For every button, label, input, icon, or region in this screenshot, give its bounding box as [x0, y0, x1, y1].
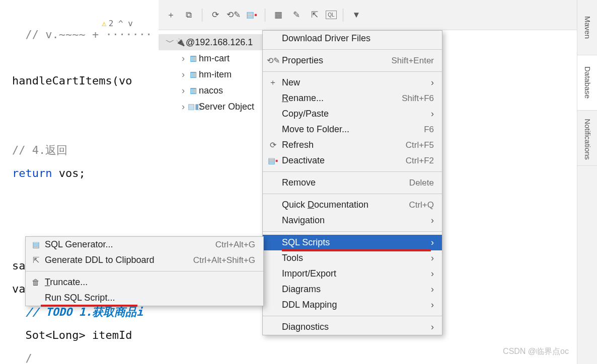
tree-datasource-root[interactable]: ﹀ 🔌 @192.168.126.1 [159, 34, 263, 50]
menu-item-label: SQL Scripts [282, 237, 423, 248]
toolbar-deactivate-icon[interactable]: ▤▪ [245, 8, 259, 22]
plus-icon: ＋ [267, 77, 279, 88]
toolbar-filter-icon[interactable]: ▼ [349, 8, 363, 22]
submenu-arrow-icon: › [426, 300, 434, 310]
toolbar-refresh-icon[interactable]: ⟳ [208, 8, 222, 22]
shortcut-label: Ctrl+Alt+Shift+G [193, 255, 255, 265]
toolbar-table-icon[interactable]: ▦ [271, 8, 285, 22]
chevron-right-icon[interactable]: › [179, 66, 188, 82]
submenu-arrow-icon: › [426, 253, 434, 263]
menu-diagnostics[interactable]: Diagnostics › [263, 319, 442, 335]
sidebar-tab-maven[interactable]: Maven [577, 0, 597, 55]
code-slash-1: / [26, 352, 32, 364]
menu-rename[interactable]: Rename... Shift+F6 [263, 90, 442, 106]
server-objects-label: Server Object [199, 99, 254, 115]
toolbar-sync-icon[interactable]: ⟲✎ [227, 8, 241, 22]
submenu-arrow-icon: › [426, 215, 434, 226]
sidebar-label-notifications: Notifications [583, 117, 592, 160]
sql-scripts-submenu: ▤ SQL Generator... Ctrl+Alt+G ⇱ Generate… [25, 236, 264, 306]
menu-properties[interactable]: ⟲✎ Properties Shift+Enter [263, 53, 442, 68]
menu-move-folder[interactable]: Move to Folder... F6 [263, 122, 442, 137]
menu-item-label: Diagrams [282, 284, 423, 295]
chevron-right-icon[interactable]: › [179, 50, 188, 66]
schema-icon: ▥ [188, 82, 199, 99]
menu-separator [263, 171, 442, 172]
chevron-down-icon[interactable]: ﹀ [166, 34, 175, 50]
sidebar-label-maven: Maven [583, 16, 592, 39]
menu-navigation[interactable]: Navigation › [263, 213, 442, 228]
submenu-truncate[interactable]: 🗑 Truncate... [26, 275, 263, 290]
code-settype-c: itemId [86, 329, 132, 341]
sidebar-tab-database[interactable]: Database [577, 55, 597, 111]
submenu-run-sql-script[interactable]: Run SQL Script... [26, 290, 263, 306]
menu-ddl-mapping[interactable]: DDL Mapping › [263, 297, 442, 313]
right-tool-sidebar: Maven Database Notifications [577, 0, 597, 364]
editor-pane: // v.~~~~ + ······· 2 ^ v handleCartItem… [0, 0, 161, 364]
submenu-generate-ddl[interactable]: ⇱ Generate DDL to Clipboard Ctrl+Alt+Shi… [26, 252, 263, 268]
warning-count-badge[interactable]: 2 ^ v [102, 12, 133, 35]
schema-icon: ▥ [188, 50, 199, 66]
datasource-icon: 🔌 [175, 34, 186, 50]
shortcut-label: Ctrl+Alt+G [215, 240, 255, 250]
toolbar-separator-2 [265, 9, 265, 22]
schema-icon: ▥ [188, 66, 199, 82]
menu-new[interactable]: ＋ New › [263, 75, 442, 90]
menu-separator [263, 194, 442, 194]
editor-partial-top: // v.~~~~ + ······· [26, 28, 153, 41]
submenu-arrow-icon: › [426, 77, 434, 88]
export-icon: ⇱ [30, 255, 42, 265]
menu-diagrams[interactable]: Diagrams › [263, 282, 442, 297]
chevron-right-icon[interactable]: › [179, 82, 188, 99]
menu-item-label: New [282, 77, 423, 88]
sql-generator-icon: ▤ [30, 240, 42, 249]
toolbar-separator [202, 9, 202, 22]
menu-item-label: Move to Folder... [282, 124, 421, 135]
menu-item-label: Refresh [282, 140, 403, 150]
menu-remove[interactable]: Remove Delete [263, 175, 442, 191]
code-settype-b: Long [52, 329, 79, 341]
menu-sql-scripts[interactable]: SQL Scripts › [263, 235, 442, 250]
refresh-icon: ⟳ [267, 140, 279, 150]
submenu-arrow-icon: › [426, 268, 434, 279]
menu-separator [26, 271, 263, 271]
schema-label: hm-cart [199, 50, 230, 66]
shortcut-label: Shift+Enter [391, 56, 434, 66]
context-menu: Download Driver Files ⟲✎ Properties Shif… [262, 30, 442, 335]
code-kw-return: return [12, 167, 52, 179]
menu-quick-doc[interactable]: Quick Documentation Ctrl+Q [263, 197, 442, 213]
submenu-sql-generator[interactable]: ▤ SQL Generator... Ctrl+Alt+G [26, 237, 263, 252]
toolbar-duplicate-icon[interactable]: ⧉ [182, 8, 196, 22]
menu-import-export[interactable]: Import/Export › [263, 266, 442, 282]
code-settype-a: Sot [26, 329, 46, 341]
toolbar-edit-icon[interactable]: ✎ [289, 8, 304, 22]
menu-item-label: SQL Generator... [45, 239, 212, 250]
toolbar-separator-3 [343, 9, 343, 22]
menu-download-driver[interactable]: Download Driver Files [263, 31, 442, 46]
shortcut-label: Ctrl+F2 [406, 156, 434, 166]
menu-copy-paste[interactable]: Copy/Paste › [263, 106, 442, 122]
menu-item-label: Download Driver Files [282, 33, 434, 44]
menu-separator [263, 49, 442, 50]
deactivate-icon: ▤▪ [267, 156, 279, 165]
properties-icon: ⟲✎ [267, 56, 279, 65]
menu-refresh[interactable]: ⟳ Refresh Ctrl+F5 [263, 137, 442, 153]
submenu-arrow-icon: › [426, 322, 434, 332]
toolbar-add-icon[interactable]: ＋ [164, 8, 178, 22]
menu-item-label: Deactivate [282, 155, 403, 166]
menu-item-label: Properties [282, 55, 388, 66]
code-todo: // TODO 1.获取商品i [26, 306, 143, 318]
menu-deactivate[interactable]: ▤▪ Deactivate Ctrl+F2 [263, 153, 442, 168]
menu-tools[interactable]: Tools › [263, 250, 442, 266]
menu-separator [263, 316, 442, 316]
code-return-var: vos; [52, 167, 85, 179]
sidebar-tab-notifications[interactable]: Notifications [577, 111, 597, 166]
chevron-right-icon[interactable]: › [179, 99, 188, 115]
menu-item-label: Rename... [282, 93, 399, 104]
toolbar-console-icon[interactable]: QL [326, 11, 337, 19]
code-comment-return: // 4.返回 [12, 144, 67, 156]
toolbar-pin-icon[interactable]: ⇱ [308, 8, 322, 22]
code-line-handle: handleCartItems(vo [12, 74, 132, 87]
menu-item-label: Run SQL Script... [45, 293, 255, 303]
menu-item-label: Quick Documentation [282, 200, 406, 210]
shortcut-label: Ctrl+F5 [406, 140, 434, 150]
